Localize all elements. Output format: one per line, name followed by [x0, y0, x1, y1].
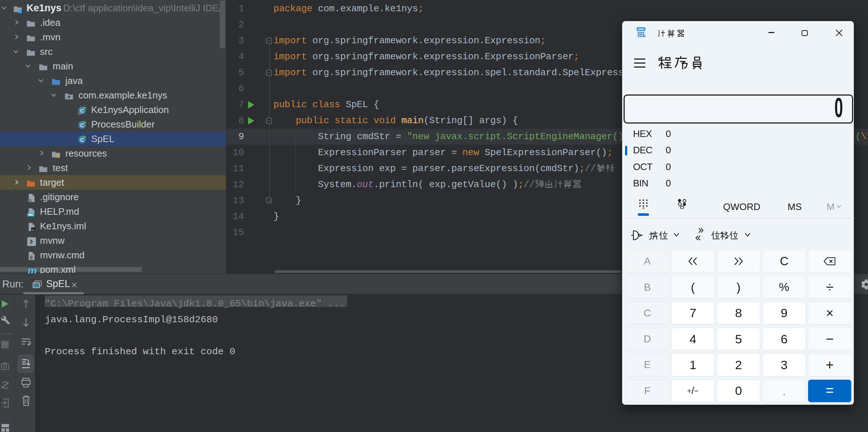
svg-text:MD: MD	[28, 213, 33, 217]
svg-text:m: m	[28, 265, 37, 274]
svg-text:C: C	[80, 122, 84, 128]
svg-text:C: C	[80, 137, 84, 143]
